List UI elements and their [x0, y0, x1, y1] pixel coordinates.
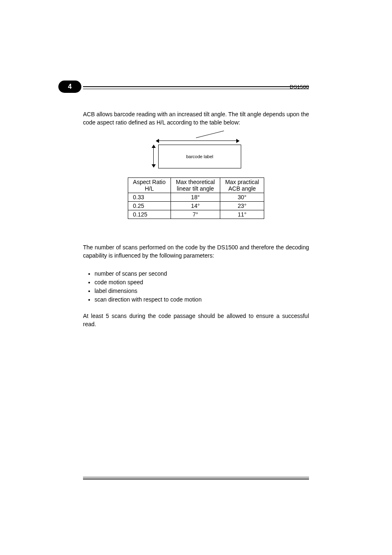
cell-theoretical: 14°	[171, 202, 220, 210]
table-row: 0.25 14° 23°	[128, 202, 264, 210]
aspect-ratio-table: Aspect Ratio H/L Max theoretical linear …	[128, 177, 265, 219]
table-header-row: Aspect Ratio H/L Max theoretical linear …	[128, 178, 264, 193]
col2-line1: Max theoretical	[176, 179, 215, 185]
col1-line2: H/L	[145, 185, 154, 192]
barcode-box-label: barcode label	[186, 154, 213, 159]
header-rule: 4	[83, 86, 309, 87]
table-header-col1: Aspect Ratio H/L	[128, 178, 171, 193]
cell-ratio: 0.25	[128, 202, 171, 210]
cell-ratio: 0.33	[128, 193, 171, 202]
list-item: label dimensions	[95, 287, 309, 295]
list-item: code motion speed	[95, 278, 309, 287]
col3-line1: Max practical	[225, 179, 259, 185]
table-container: Aspect Ratio H/L Max theoretical linear …	[83, 177, 309, 219]
col2-line2: linear tilt angle	[177, 185, 214, 192]
list-item: number of scans per second	[95, 269, 309, 278]
intro-paragraph: ACB allows barcode reading with an incre…	[83, 111, 309, 127]
footer-rule	[83, 477, 309, 479]
closing-paragraph: At least 5 scans during the code passage…	[83, 312, 309, 328]
col1-line1: Aspect Ratio	[133, 179, 166, 185]
table-header-col2: Max theoretical linear tilt angle	[171, 178, 220, 193]
col3-line2: ACB angle	[228, 185, 256, 192]
chapter-badge: 4	[58, 81, 81, 93]
length-arrow-icon	[158, 140, 237, 141]
list-item: scan direction with respect to code moti…	[95, 295, 309, 304]
chapter-number: 4	[68, 83, 72, 90]
barcode-diagram: barcode label	[151, 136, 241, 168]
cell-practical: 30°	[220, 193, 264, 202]
cell-theoretical: 18°	[171, 193, 220, 202]
diagram-container: barcode label	[83, 136, 309, 168]
parameter-list: number of scans per second code motion s…	[83, 269, 309, 304]
height-arrow-icon	[153, 147, 154, 165]
cell-practical: 23°	[220, 202, 264, 210]
cell-practical: 11°	[220, 210, 264, 219]
table-row: 0.33 18° 30°	[128, 193, 264, 202]
barcode-box: barcode label	[158, 145, 241, 168]
diagonal-line-icon	[196, 131, 224, 138]
cell-ratio: 0.125	[128, 210, 171, 219]
table-row: 0.125 7° 11°	[128, 210, 264, 219]
cell-theoretical: 7°	[171, 210, 220, 219]
table-header-col3: Max practical ACB angle	[220, 178, 264, 193]
section2-paragraph: The number of scans performed on the cod…	[83, 244, 309, 260]
